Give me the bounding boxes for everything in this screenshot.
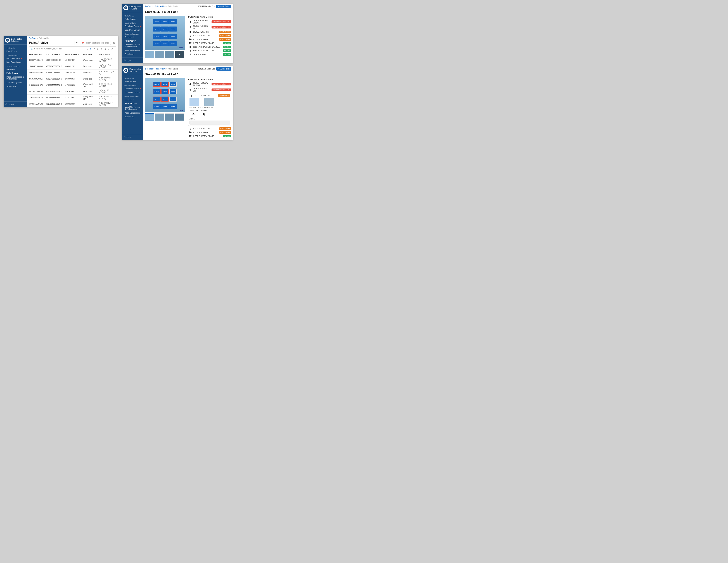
d1-scoreboard[interactable]: Scoreboard [122,52,143,56]
bc-pallet-archive-d2[interactable]: Pallet Archive [155,68,166,70]
table-row[interactable]: 80946235233894 #186487285555CC #40574418… [27,70,118,76]
main-image-d1[interactable]: AQUAFINA AQUAFINA AQUAFINA AQUAFINA AQUA… [145,16,185,50]
store-title-d1: Store 0395 - Pallet 1 of 6 [143,9,233,14]
table-row[interactable]: 83980771635140 #835477S5355CC #645067507… [27,57,118,63]
d2-dashboard[interactable]: Dashboard [122,98,143,102]
sidebar-item-scoreboard[interactable]: Scoreboard [4,85,27,88]
settings-button[interactable]: ⚙ [110,47,114,51]
date-filter-button[interactable]: 📅 Filter by a date and time range [80,41,111,45]
sidebar-item-pallet-review[interactable]: Pallet Review [4,49,27,53]
detail-1-actions: 02314568 - John Doe ✏ Audit Pallet [198,5,231,8]
thumb-2-d2[interactable] [155,113,164,121]
d1-dock-status[interactable]: Dock Door Status [122,24,143,28]
d1-asset[interactable]: Asset Management [122,49,143,52]
sidebar-item-asset-management[interactable]: Asset Management [4,81,27,85]
error-badge: Can't Confirm [219,38,231,41]
sidebar-item-dashboard[interactable]: Dashboard [4,68,27,71]
thumb-4-d1[interactable]: + [175,51,184,58]
page-prev[interactable]: ‹ [86,48,89,51]
page-2[interactable]: 2 [93,48,96,51]
col-pallet-number[interactable]: Pallet Number [27,53,44,57]
thumb-3-d2[interactable] [165,113,174,121]
d2-asset[interactable]: Asset Management [122,111,143,115]
bc-ecotrack-d1[interactable]: EcoTrack [145,5,153,7]
col-error-type[interactable]: Error Type [81,53,98,57]
thumb-1-d2[interactable] [145,113,154,121]
error-badge: Can't Confirm [219,31,231,33]
d2-pallet-archive[interactable]: Pallet Archive [122,102,143,105]
errors-title-d2: PalletVision found 5 errors [188,78,231,80]
page-4[interactable]: 4 [100,48,103,51]
col-error-time[interactable]: Error Time [98,53,118,57]
col-sscc[interactable]: SSCC Number [44,53,64,57]
d1-pallet-review[interactable]: Pallet Review [122,17,143,21]
error-row: 12 8.7OZ PL MDEW ZR 6/45 No Error [188,135,231,138]
sidebar-left: EL EcoLogistics Solutions PalletVision P… [4,36,27,107]
error-row: 2 16.9OZ SODA C No Error [188,53,231,56]
sidebar-item-pallet-archive[interactable]: Pallet Archive [4,71,27,75]
logo-d1: EL EcoLogistics Solutions [122,4,143,12]
detail-1-breadcrumb: EcoTrack › Pallet Archive › Pallet Detai… [145,5,178,7]
error-row: 12 8.7OZ PL MDEW ZR 6/45 No Error [188,42,231,45]
breadcrumb-ecotrack[interactable]: EcoTrack [29,37,37,39]
logout-d2[interactable]: ⏻ Log out [122,134,143,140]
page-1[interactable]: 1 [89,48,92,51]
section-load-validation: Load Validation [4,53,27,57]
detail-2-breadcrumb: EcoTrack › Pallet Archive › Pallet Detai… [145,68,178,70]
detail-1-header: EcoTrack › Pallet Archive › Pallet Detai… [143,4,233,9]
error-row: 3 BUSCH LIGHT 24/12 CAN No Error [188,49,231,52]
d2-scoreboard[interactable]: Scoreboard [122,115,143,119]
d2-dock-status[interactable]: Dock Door Status [122,87,143,91]
audit-btn-d2[interactable]: ✏ Audit Pallet [216,67,231,71]
errors-title-d1: PalletVision found 5 errors [188,16,231,18]
sidebar-nav: PalletVision Pallet Review Load Validati… [4,45,27,101]
thumb-1-d1[interactable] [145,51,154,58]
logout-icon: ⏻ [5,103,7,105]
page-3[interactable]: 3 [96,48,99,51]
sidebar-item-dock-door-control[interactable]: Dock Door Control [4,60,27,64]
d1-pallet-archive[interactable]: Pallet Archive [122,39,143,43]
table-row[interactable]: 25389571638643 #777694359655CC #04863190… [27,63,118,70]
d1-dashboard[interactable]: Dashboard [122,35,143,39]
thumb-2-d1[interactable] [155,51,164,58]
audit-btn-d1[interactable]: ✏ Audit Pallet [216,5,231,8]
error-badge: No Error [223,135,231,137]
sidebar-item-dock-door-status[interactable]: Dock Door Status [4,57,27,60]
page-5[interactable]: 5 [104,48,106,51]
sku-end-img [204,98,214,106]
status-dot-red [21,58,22,59]
page-next[interactable]: › [107,48,110,51]
d2-dock-control[interactable]: Dock Door Control [122,91,143,94]
main-image-d2[interactable]: AQUAFINA AQUAFINA AQUAFINA AQUAFINA AQUA… [145,78,185,112]
user-d1: 02314568 - John Doe [198,5,215,7]
table-row[interactable]: 41563899951875 #108805555355CC #17229382… [27,82,118,88]
table-row[interactable]: 89505880193316 #302743865555CC #63000983… [27,76,118,82]
table-row[interactable]: 49786451187182 #327598817355CC #93651838… [27,101,118,107]
table-row[interactable]: 17953828539160 #979886865955CC #33873896… [27,95,118,101]
actual-input[interactable]: — [189,121,230,125]
svg-text:EL: EL [125,70,127,71]
thumb-3-d1[interactable] [165,51,174,58]
d1-model[interactable]: Model Maintenance & Performance [122,43,143,49]
bc-pallet-archive-d1[interactable]: Pallet Archive [155,5,166,7]
d2-model[interactable]: Model Maintenance & Performance [122,105,143,111]
error-row: 5 16.9OZ PL BRISK ZR Contains Untrained … [188,25,231,30]
table-row[interactable]: 49175417309783 #353828567555CC #90249064… [27,88,118,95]
d1-dock-control[interactable]: Dock Door Control [122,28,143,32]
logout-d1[interactable]: ⏻ Log out [122,58,143,63]
sidebar-item-model-maintenance[interactable]: Model Maintenance & Performance [4,75,27,81]
bc-ecotrack-d2[interactable]: EcoTrack [145,68,153,70]
error-badge: Can't Confirm [219,127,231,130]
search-icon: 🔍 [30,48,33,51]
logout-button[interactable]: ⏻ Log out [4,101,27,107]
logo-icon: EL [5,38,10,43]
error-row: 1 8.7OZ PL BRISK ZR Can't Confirm [188,127,231,130]
calendar-toggle-button[interactable]: ⊡ [112,41,116,45]
search-bar-container: 🔍 ‹ 1 2 3 4 5 › ⚙ [27,46,118,53]
col-order[interactable]: Order Number [64,53,81,57]
refresh-button[interactable]: ↻ [75,41,79,45]
sidebar-detail-2: EL EcoLogistics Solutions PalletVision P… [122,66,143,140]
thumb-4-d2[interactable] [175,113,184,121]
d2-pallet-review[interactable]: Pallet Review [122,80,143,84]
page-header: Pallet Archive ↻ 📅 Filter by a date and … [27,40,118,46]
